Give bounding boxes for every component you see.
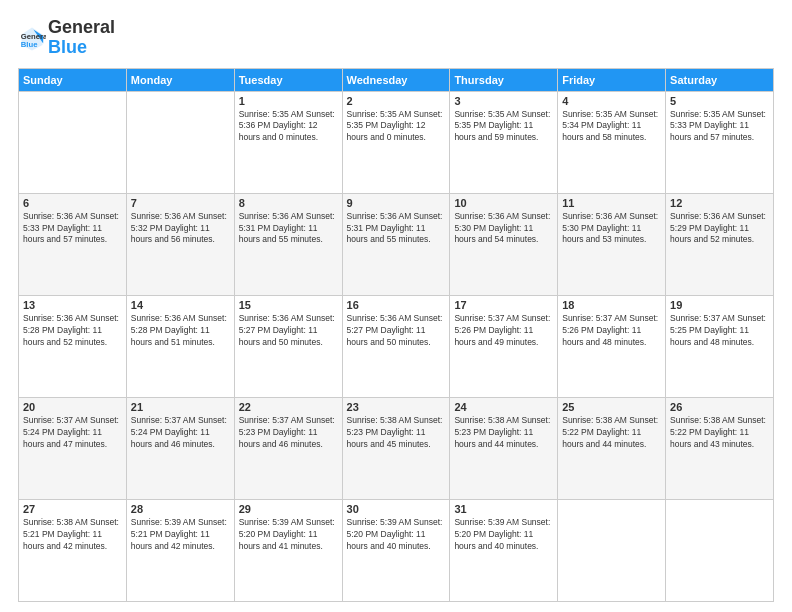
day-info: Sunrise: 5:37 AM Sunset: 5:26 PM Dayligh… bbox=[454, 313, 553, 349]
day-number: 29 bbox=[239, 503, 338, 515]
day-number: 24 bbox=[454, 401, 553, 413]
day-info: Sunrise: 5:37 AM Sunset: 5:26 PM Dayligh… bbox=[562, 313, 661, 349]
day-info: Sunrise: 5:38 AM Sunset: 5:21 PM Dayligh… bbox=[23, 517, 122, 553]
calendar-cell: 26Sunrise: 5:38 AM Sunset: 5:22 PM Dayli… bbox=[666, 397, 774, 499]
day-number: 25 bbox=[562, 401, 661, 413]
calendar-cell: 6Sunrise: 5:36 AM Sunset: 5:33 PM Daylig… bbox=[19, 193, 127, 295]
day-number: 5 bbox=[670, 95, 769, 107]
day-number: 10 bbox=[454, 197, 553, 209]
day-number: 13 bbox=[23, 299, 122, 311]
day-number: 9 bbox=[347, 197, 446, 209]
day-info: Sunrise: 5:37 AM Sunset: 5:24 PM Dayligh… bbox=[131, 415, 230, 451]
calendar-cell: 23Sunrise: 5:38 AM Sunset: 5:23 PM Dayli… bbox=[342, 397, 450, 499]
day-info: Sunrise: 5:36 AM Sunset: 5:33 PM Dayligh… bbox=[23, 211, 122, 247]
day-info: Sunrise: 5:39 AM Sunset: 5:20 PM Dayligh… bbox=[347, 517, 446, 553]
day-number: 15 bbox=[239, 299, 338, 311]
day-info: Sunrise: 5:39 AM Sunset: 5:21 PM Dayligh… bbox=[131, 517, 230, 553]
calendar-cell: 25Sunrise: 5:38 AM Sunset: 5:22 PM Dayli… bbox=[558, 397, 666, 499]
calendar-cell bbox=[19, 91, 127, 193]
weekday-header: Friday bbox=[558, 68, 666, 91]
calendar-cell: 2Sunrise: 5:35 AM Sunset: 5:35 PM Daylig… bbox=[342, 91, 450, 193]
day-number: 7 bbox=[131, 197, 230, 209]
weekday-header: Sunday bbox=[19, 68, 127, 91]
calendar-cell: 11Sunrise: 5:36 AM Sunset: 5:30 PM Dayli… bbox=[558, 193, 666, 295]
calendar-cell: 21Sunrise: 5:37 AM Sunset: 5:24 PM Dayli… bbox=[126, 397, 234, 499]
day-info: Sunrise: 5:37 AM Sunset: 5:24 PM Dayligh… bbox=[23, 415, 122, 451]
day-number: 8 bbox=[239, 197, 338, 209]
header: General Blue General Blue bbox=[18, 18, 774, 58]
calendar-cell: 27Sunrise: 5:38 AM Sunset: 5:21 PM Dayli… bbox=[19, 499, 127, 601]
calendar-cell: 3Sunrise: 5:35 AM Sunset: 5:35 PM Daylig… bbox=[450, 91, 558, 193]
weekday-header: Tuesday bbox=[234, 68, 342, 91]
logo: General Blue General Blue bbox=[18, 18, 115, 58]
calendar-cell: 5Sunrise: 5:35 AM Sunset: 5:33 PM Daylig… bbox=[666, 91, 774, 193]
calendar-cell: 15Sunrise: 5:36 AM Sunset: 5:27 PM Dayli… bbox=[234, 295, 342, 397]
day-info: Sunrise: 5:36 AM Sunset: 5:28 PM Dayligh… bbox=[23, 313, 122, 349]
day-number: 1 bbox=[239, 95, 338, 107]
page: General Blue General Blue SundayMondayTu… bbox=[0, 0, 792, 612]
calendar-cell: 10Sunrise: 5:36 AM Sunset: 5:30 PM Dayli… bbox=[450, 193, 558, 295]
day-number: 11 bbox=[562, 197, 661, 209]
calendar-cell bbox=[558, 499, 666, 601]
weekday-header: Wednesday bbox=[342, 68, 450, 91]
day-info: Sunrise: 5:36 AM Sunset: 5:31 PM Dayligh… bbox=[239, 211, 338, 247]
day-number: 12 bbox=[670, 197, 769, 209]
day-number: 21 bbox=[131, 401, 230, 413]
day-info: Sunrise: 5:35 AM Sunset: 5:34 PM Dayligh… bbox=[562, 109, 661, 145]
calendar-cell: 8Sunrise: 5:36 AM Sunset: 5:31 PM Daylig… bbox=[234, 193, 342, 295]
day-number: 18 bbox=[562, 299, 661, 311]
calendar-cell: 14Sunrise: 5:36 AM Sunset: 5:28 PM Dayli… bbox=[126, 295, 234, 397]
logo-text: General Blue bbox=[48, 18, 115, 58]
day-info: Sunrise: 5:38 AM Sunset: 5:22 PM Dayligh… bbox=[670, 415, 769, 451]
day-info: Sunrise: 5:35 AM Sunset: 5:35 PM Dayligh… bbox=[347, 109, 446, 145]
day-number: 19 bbox=[670, 299, 769, 311]
calendar-cell: 30Sunrise: 5:39 AM Sunset: 5:20 PM Dayli… bbox=[342, 499, 450, 601]
calendar-cell: 22Sunrise: 5:37 AM Sunset: 5:23 PM Dayli… bbox=[234, 397, 342, 499]
day-number: 6 bbox=[23, 197, 122, 209]
day-number: 22 bbox=[239, 401, 338, 413]
day-number: 4 bbox=[562, 95, 661, 107]
day-number: 31 bbox=[454, 503, 553, 515]
day-info: Sunrise: 5:38 AM Sunset: 5:22 PM Dayligh… bbox=[562, 415, 661, 451]
day-info: Sunrise: 5:38 AM Sunset: 5:23 PM Dayligh… bbox=[347, 415, 446, 451]
day-number: 23 bbox=[347, 401, 446, 413]
day-info: Sunrise: 5:36 AM Sunset: 5:30 PM Dayligh… bbox=[562, 211, 661, 247]
calendar-cell: 1Sunrise: 5:35 AM Sunset: 5:36 PM Daylig… bbox=[234, 91, 342, 193]
day-number: 20 bbox=[23, 401, 122, 413]
calendar-cell: 28Sunrise: 5:39 AM Sunset: 5:21 PM Dayli… bbox=[126, 499, 234, 601]
day-info: Sunrise: 5:37 AM Sunset: 5:23 PM Dayligh… bbox=[239, 415, 338, 451]
calendar-cell: 4Sunrise: 5:35 AM Sunset: 5:34 PM Daylig… bbox=[558, 91, 666, 193]
day-info: Sunrise: 5:36 AM Sunset: 5:32 PM Dayligh… bbox=[131, 211, 230, 247]
calendar-cell: 13Sunrise: 5:36 AM Sunset: 5:28 PM Dayli… bbox=[19, 295, 127, 397]
calendar-cell: 12Sunrise: 5:36 AM Sunset: 5:29 PM Dayli… bbox=[666, 193, 774, 295]
day-number: 14 bbox=[131, 299, 230, 311]
calendar-week-row: 20Sunrise: 5:37 AM Sunset: 5:24 PM Dayli… bbox=[19, 397, 774, 499]
day-info: Sunrise: 5:36 AM Sunset: 5:28 PM Dayligh… bbox=[131, 313, 230, 349]
day-number: 16 bbox=[347, 299, 446, 311]
weekday-header: Monday bbox=[126, 68, 234, 91]
calendar-cell: 9Sunrise: 5:36 AM Sunset: 5:31 PM Daylig… bbox=[342, 193, 450, 295]
day-number: 28 bbox=[131, 503, 230, 515]
calendar-week-row: 13Sunrise: 5:36 AM Sunset: 5:28 PM Dayli… bbox=[19, 295, 774, 397]
calendar-cell: 31Sunrise: 5:39 AM Sunset: 5:20 PM Dayli… bbox=[450, 499, 558, 601]
day-info: Sunrise: 5:35 AM Sunset: 5:33 PM Dayligh… bbox=[670, 109, 769, 145]
day-number: 30 bbox=[347, 503, 446, 515]
calendar-cell bbox=[126, 91, 234, 193]
calendar-cell: 29Sunrise: 5:39 AM Sunset: 5:20 PM Dayli… bbox=[234, 499, 342, 601]
day-info: Sunrise: 5:36 AM Sunset: 5:27 PM Dayligh… bbox=[347, 313, 446, 349]
calendar-cell: 19Sunrise: 5:37 AM Sunset: 5:25 PM Dayli… bbox=[666, 295, 774, 397]
day-info: Sunrise: 5:36 AM Sunset: 5:31 PM Dayligh… bbox=[347, 211, 446, 247]
svg-text:Blue: Blue bbox=[21, 40, 38, 49]
logo-icon: General Blue bbox=[18, 24, 46, 52]
calendar-cell: 20Sunrise: 5:37 AM Sunset: 5:24 PM Dayli… bbox=[19, 397, 127, 499]
day-number: 3 bbox=[454, 95, 553, 107]
day-number: 27 bbox=[23, 503, 122, 515]
weekday-header: Saturday bbox=[666, 68, 774, 91]
day-info: Sunrise: 5:39 AM Sunset: 5:20 PM Dayligh… bbox=[454, 517, 553, 553]
day-info: Sunrise: 5:37 AM Sunset: 5:25 PM Dayligh… bbox=[670, 313, 769, 349]
day-info: Sunrise: 5:36 AM Sunset: 5:29 PM Dayligh… bbox=[670, 211, 769, 247]
day-number: 26 bbox=[670, 401, 769, 413]
day-info: Sunrise: 5:35 AM Sunset: 5:35 PM Dayligh… bbox=[454, 109, 553, 145]
calendar-cell: 16Sunrise: 5:36 AM Sunset: 5:27 PM Dayli… bbox=[342, 295, 450, 397]
day-info: Sunrise: 5:35 AM Sunset: 5:36 PM Dayligh… bbox=[239, 109, 338, 145]
